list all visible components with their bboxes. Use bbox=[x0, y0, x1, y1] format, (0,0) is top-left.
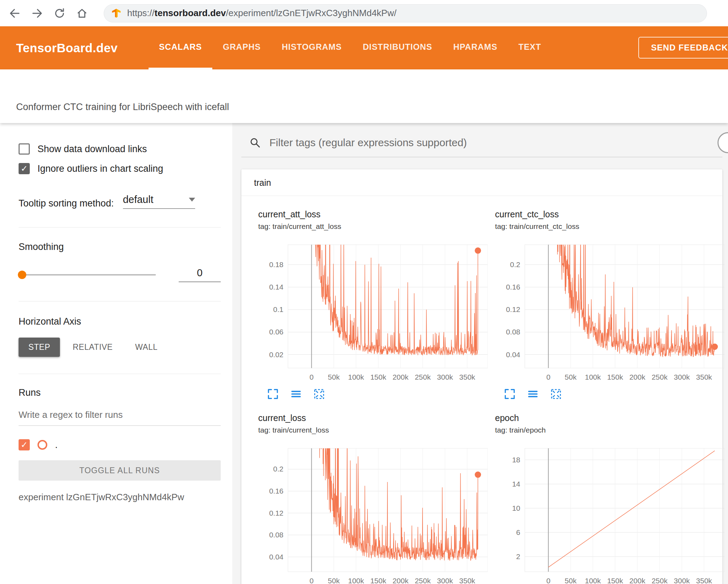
chart-current_att_loss: current_att_loss tag: train/current_att_… bbox=[258, 205, 489, 400]
svg-text:10: 10 bbox=[512, 504, 520, 512]
fit-domain-icon[interactable] bbox=[313, 388, 325, 400]
svg-text:150k: 150k bbox=[370, 373, 386, 381]
app-header: TensorBoard.dev SCALARSGRAPHSHISTOGRAMSD… bbox=[0, 26, 728, 69]
tab-text[interactable]: TEXT bbox=[508, 26, 552, 69]
svg-text:200k: 200k bbox=[629, 577, 645, 584]
tab-distributions[interactable]: DISTRIBUTIONS bbox=[352, 26, 442, 69]
svg-text:50k: 50k bbox=[565, 577, 577, 584]
svg-text:200k: 200k bbox=[392, 577, 408, 584]
svg-text:250k: 250k bbox=[415, 577, 431, 584]
experiment-title-band: Conformer CTC training for LibriSpeech w… bbox=[0, 69, 728, 123]
chart-grid: current_att_loss tag: train/current_att_… bbox=[241, 196, 722, 584]
svg-text:300k: 300k bbox=[674, 577, 690, 584]
axis-step-button[interactable]: STEP bbox=[19, 338, 60, 357]
svg-text:250k: 250k bbox=[652, 577, 668, 584]
experiment-title: Conformer CTC training for LibriSpeech w… bbox=[16, 102, 229, 113]
svg-text:200k: 200k bbox=[629, 373, 645, 381]
tooltip-sorting-label: Tooltip sorting method: bbox=[19, 198, 114, 209]
tab-scalars[interactable]: SCALARS bbox=[149, 26, 212, 69]
run-checkbox[interactable] bbox=[19, 439, 30, 450]
chart-plot[interactable]: 26101418050k100k150k200k250k300k350k bbox=[495, 445, 724, 584]
chevron-down-icon bbox=[189, 198, 195, 202]
run-row[interactable]: . bbox=[19, 439, 221, 450]
url-path: /experiment/lzGnETjwRxC3yghNMd4kPw/ bbox=[226, 8, 397, 18]
svg-text:350k: 350k bbox=[459, 577, 475, 584]
expand-chart-icon[interactable] bbox=[503, 388, 516, 400]
show-download-links-row[interactable]: Show data download links bbox=[19, 143, 221, 155]
chart-plot[interactable]: 0.040.080.120.160.2050k100k150k200k250k3… bbox=[258, 445, 488, 584]
log-scale-icon[interactable] bbox=[527, 388, 539, 400]
url-host: tensorboard.dev bbox=[154, 8, 226, 18]
filter-tags-input[interactable] bbox=[269, 136, 722, 149]
axis-relative-button[interactable]: RELATIVE bbox=[63, 338, 122, 357]
svg-text:0.04: 0.04 bbox=[269, 553, 283, 561]
url-bar[interactable]: https://tensorboard.dev/experiment/lzGnE… bbox=[104, 4, 707, 22]
checkbox-checked-icon[interactable] bbox=[19, 163, 30, 174]
url-scheme: https:// bbox=[127, 8, 154, 18]
svg-text:100k: 100k bbox=[585, 373, 601, 381]
chart-tag: tag: train/current_loss bbox=[258, 426, 489, 434]
sidebar: Show data download links Ignore outliers… bbox=[0, 123, 232, 584]
dropdown-value: default bbox=[123, 194, 153, 205]
svg-text:350k: 350k bbox=[696, 577, 712, 584]
svg-text:0.16: 0.16 bbox=[269, 487, 283, 495]
svg-text:2: 2 bbox=[516, 552, 520, 561]
horizontal-axis-buttons: STEPRELATIVEWALL bbox=[19, 338, 221, 357]
smoothing-label: Smoothing bbox=[19, 242, 221, 252]
tensorboard-favicon bbox=[111, 8, 122, 19]
chart-tag: tag: train/epoch bbox=[495, 426, 726, 434]
svg-text:0.12: 0.12 bbox=[506, 305, 520, 313]
svg-text:0.04: 0.04 bbox=[506, 351, 520, 359]
svg-text:150k: 150k bbox=[607, 577, 623, 584]
svg-text:0: 0 bbox=[309, 373, 314, 381]
axis-wall-button[interactable]: WALL bbox=[125, 338, 167, 357]
filter-tags-row bbox=[241, 123, 722, 157]
divider bbox=[19, 301, 221, 301]
tab-hparams[interactable]: HPARAMS bbox=[443, 26, 508, 69]
chart-title: current_loss bbox=[258, 413, 489, 423]
runs-filter-input[interactable] bbox=[19, 407, 221, 426]
ignore-outliers-row[interactable]: Ignore outliers in chart scaling bbox=[19, 163, 221, 174]
svg-text:200k: 200k bbox=[392, 373, 408, 381]
back-icon[interactable] bbox=[8, 7, 21, 20]
fit-domain-icon[interactable] bbox=[550, 388, 562, 400]
svg-text:6: 6 bbox=[516, 528, 520, 536]
chart-plot[interactable]: 0.020.060.10.140.18050k100k150k200k250k3… bbox=[258, 241, 488, 383]
app-logo[interactable]: TensorBoard.dev bbox=[16, 41, 118, 55]
smoothing-slider-row: 0 bbox=[19, 267, 221, 282]
svg-text:0.08: 0.08 bbox=[506, 328, 520, 336]
svg-text:350k: 350k bbox=[459, 373, 475, 381]
home-icon[interactable] bbox=[76, 7, 88, 20]
divider bbox=[19, 227, 221, 228]
checkbox-label: Show data download links bbox=[37, 144, 147, 155]
svg-text:0.14: 0.14 bbox=[269, 283, 283, 291]
svg-text:250k: 250k bbox=[652, 373, 668, 381]
log-scale-icon[interactable] bbox=[290, 388, 302, 400]
smoothing-slider[interactable] bbox=[19, 274, 156, 276]
divider bbox=[19, 374, 221, 374]
train-card: train current_att_loss tag: train/curren… bbox=[241, 169, 722, 584]
svg-text:300k: 300k bbox=[674, 373, 690, 381]
tab-histograms[interactable]: HISTOGRAMS bbox=[271, 26, 352, 69]
smoothing-value-input[interactable]: 0 bbox=[179, 267, 221, 282]
run-label: . bbox=[55, 440, 58, 450]
help-button[interactable] bbox=[717, 132, 728, 153]
svg-text:50k: 50k bbox=[328, 577, 340, 584]
reload-icon[interactable] bbox=[53, 7, 66, 20]
chart-epoch: epoch tag: train/epoch 26101418050k100k1… bbox=[495, 409, 726, 584]
tab-graphs[interactable]: GRAPHS bbox=[212, 26, 271, 69]
svg-text:0.08: 0.08 bbox=[269, 531, 283, 539]
svg-text:150k: 150k bbox=[370, 577, 386, 584]
svg-text:0.2: 0.2 bbox=[510, 260, 520, 269]
slider-thumb[interactable] bbox=[18, 271, 26, 279]
chart-plot[interactable]: 0.040.080.120.160.2050k100k150k200k250k3… bbox=[495, 241, 724, 383]
section-train-header[interactable]: train bbox=[241, 169, 722, 196]
experiment-id-label: experiment lzGnETjwRxC3yghNMd4kPw bbox=[19, 492, 221, 503]
toggle-all-runs-button[interactable]: TOGGLE ALL RUNS bbox=[19, 460, 221, 481]
expand-chart-icon[interactable] bbox=[267, 388, 279, 400]
tooltip-sorting-dropdown[interactable]: default bbox=[123, 194, 195, 209]
send-feedback-button[interactable]: SEND FEEDBACK bbox=[638, 37, 728, 59]
search-icon bbox=[249, 137, 261, 149]
checkbox-unchecked-icon[interactable] bbox=[19, 143, 30, 155]
forward-icon[interactable] bbox=[31, 7, 43, 20]
